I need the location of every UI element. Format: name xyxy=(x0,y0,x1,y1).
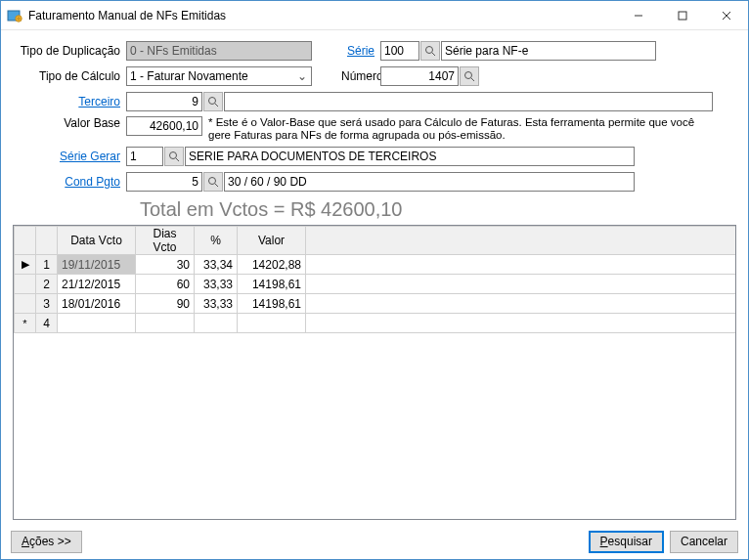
lookup-cond-pgto[interactable] xyxy=(203,172,223,192)
svg-point-14 xyxy=(209,178,216,185)
row-number: 4 xyxy=(36,314,58,333)
cell-valor[interactable]: 14198,61 xyxy=(238,275,306,294)
row-number: 1 xyxy=(36,255,58,275)
cell-pct[interactable]: 33,34 xyxy=(195,255,238,275)
link-serie-gerar[interactable]: Série Gerar xyxy=(13,150,126,163)
cell-data-vcto[interactable]: 19/11/2015 xyxy=(58,255,136,275)
combo-tipo-calculo[interactable]: 1 - Faturar Novamente ⌄ xyxy=(126,66,312,86)
table-row[interactable]: 318/01/20169033,3314198,61 xyxy=(15,294,736,314)
input-valor-base[interactable] xyxy=(126,116,202,136)
cell-dias-vcto[interactable]: 60 xyxy=(136,275,195,294)
content-area: Tipo de Duplicação 0 - NFs Emitidas Séri… xyxy=(1,30,748,524)
svg-rect-3 xyxy=(679,12,686,20)
cell-valor[interactable]: 14202,88 xyxy=(238,255,306,275)
cell-valor[interactable]: 14198,61 xyxy=(238,294,306,314)
total-label: Total em Vctos = R$ 42600,10 xyxy=(140,198,736,221)
row-marker: * xyxy=(15,314,36,333)
col-valor[interactable]: Valor xyxy=(238,227,306,255)
chevron-down-icon: ⌄ xyxy=(294,69,309,83)
cell-dias-vcto[interactable] xyxy=(136,314,195,333)
maximize-button[interactable] xyxy=(660,1,704,29)
cancelar-button[interactable]: Cancelar xyxy=(670,531,738,553)
row-number: 3 xyxy=(36,294,58,314)
col-marker xyxy=(15,227,36,255)
col-rownum xyxy=(36,227,58,255)
svg-line-11 xyxy=(215,104,218,107)
table-row[interactable]: 221/12/20156033,3314198,61 xyxy=(15,275,736,294)
svg-line-15 xyxy=(215,184,218,187)
input-terceiro-desc[interactable] xyxy=(224,92,713,111)
input-serie-gerar[interactable] xyxy=(126,147,163,166)
main-window: Faturamento Manual de NFs Emitidas Tipo … xyxy=(0,0,749,560)
form: Tipo de Duplicação 0 - NFs Emitidas Séri… xyxy=(13,40,736,193)
lookup-serie[interactable] xyxy=(420,41,440,61)
lookup-numero[interactable] xyxy=(460,66,479,86)
col-pct[interactable]: % xyxy=(195,227,238,255)
lookup-serie-gerar[interactable] xyxy=(164,147,184,166)
label-numero: Número xyxy=(341,69,380,83)
row-marker: ▶ xyxy=(15,255,36,275)
svg-point-8 xyxy=(465,72,472,79)
note-valor-base: * Este é o Valor-Base que será usado par… xyxy=(208,116,707,142)
app-icon xyxy=(7,8,22,23)
table-row[interactable]: ▶119/11/20153033,3414202,88 xyxy=(15,255,736,275)
pesquisar-button[interactable]: Pesquisar xyxy=(589,531,664,553)
cell-dias-vcto[interactable]: 30 xyxy=(136,255,195,275)
label-valor-base: Valor Base xyxy=(13,116,126,130)
cell-pct[interactable]: 33,33 xyxy=(195,275,238,294)
svg-line-13 xyxy=(176,158,179,161)
col-dias-vcto[interactable]: Dias Vcto xyxy=(136,227,195,255)
row-marker xyxy=(15,275,36,294)
label-tipo-calculo: Tipo de Cálculo xyxy=(13,69,126,83)
svg-point-10 xyxy=(209,98,216,105)
input-cond-pgto[interactable] xyxy=(126,172,202,192)
link-cond-pgto[interactable]: Cond Pgto xyxy=(13,175,126,189)
svg-line-7 xyxy=(432,53,435,56)
cell-data-vcto[interactable] xyxy=(58,314,136,333)
combo-tipo-duplicacao: 0 - NFs Emitidas xyxy=(126,41,312,61)
window-title: Faturamento Manual de NFs Emitidas xyxy=(28,9,616,22)
footer: Ações >> Pesquisar Cancelar xyxy=(1,524,748,559)
minimize-button[interactable] xyxy=(616,1,660,29)
window-buttons xyxy=(616,1,748,29)
link-terceiro[interactable]: Terceiro xyxy=(13,95,126,108)
lookup-terceiro[interactable] xyxy=(203,92,223,111)
svg-point-12 xyxy=(170,152,177,159)
input-numero[interactable] xyxy=(380,66,459,86)
col-data-vcto[interactable]: Data Vcto xyxy=(58,227,136,255)
link-serie[interactable]: Série xyxy=(341,44,380,58)
col-filler xyxy=(306,227,736,255)
close-button[interactable] xyxy=(704,1,748,29)
table-row[interactable]: *4 xyxy=(15,314,736,333)
input-serie[interactable] xyxy=(380,41,419,61)
cell-data-vcto[interactable]: 18/01/2016 xyxy=(58,294,136,314)
svg-point-6 xyxy=(426,47,433,54)
row-number: 2 xyxy=(36,275,58,294)
label-tipo-duplicacao: Tipo de Duplicação xyxy=(13,44,126,58)
row-marker xyxy=(15,294,36,314)
cell-valor[interactable] xyxy=(238,314,306,333)
cell-pct[interactable] xyxy=(195,314,238,333)
installments-grid[interactable]: Data Vcto Dias Vcto % Valor ▶119/11/2015… xyxy=(14,226,735,333)
input-serie-desc[interactable] xyxy=(441,41,656,61)
input-serie-gerar-desc[interactable] xyxy=(185,147,635,166)
acoes-button[interactable]: Ações >> xyxy=(11,531,82,553)
grid-container: Data Vcto Dias Vcto % Valor ▶119/11/2015… xyxy=(13,225,736,520)
input-terceiro[interactable] xyxy=(126,92,202,111)
input-cond-pgto-desc[interactable] xyxy=(224,172,635,192)
cell-dias-vcto[interactable]: 90 xyxy=(136,294,195,314)
titlebar: Faturamento Manual de NFs Emitidas xyxy=(1,1,748,30)
svg-line-9 xyxy=(471,78,474,81)
cell-data-vcto[interactable]: 21/12/2015 xyxy=(58,275,136,294)
cell-pct[interactable]: 33,33 xyxy=(195,294,238,314)
